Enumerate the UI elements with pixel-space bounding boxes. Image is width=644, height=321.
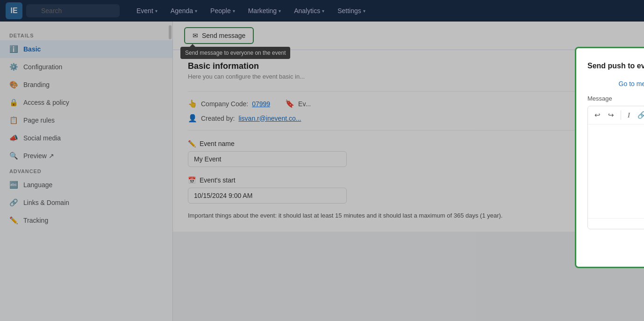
messages-scheduling-link[interactable]: Go to messages scheduling [587,80,644,88]
modal-title: Send push to event [587,62,644,70]
undo-icon: ↩ [594,111,601,119]
cancel-button[interactable]: Cancel [642,240,644,255]
modal-header: Send push to event ✕ [587,59,644,73]
toolbar-divider [621,110,621,120]
redo-button[interactable]: ↪ [605,109,617,121]
message-field-label: Message [587,95,644,102]
link-icon: 🔗 [637,111,644,119]
modal-actions: Cancel Send now [587,239,644,255]
character-counter: 0/140 [588,218,644,229]
italic-button[interactable]: I [625,109,633,121]
message-editor: ↩ ↪ I 🔗 0/140 [587,106,644,229]
send-push-modal: Send push to event ✕ Go to messages sche… [575,47,644,268]
editor-toolbar: ↩ ↪ I 🔗 [588,106,644,124]
message-text-area[interactable] [588,124,644,218]
undo-button[interactable]: ↩ [592,109,603,121]
modal-overlay: Send push to event ✕ Go to messages sche… [0,0,644,321]
italic-icon: I [628,111,630,119]
redo-icon: ↪ [608,111,614,119]
link-button[interactable]: 🔗 [635,109,644,121]
